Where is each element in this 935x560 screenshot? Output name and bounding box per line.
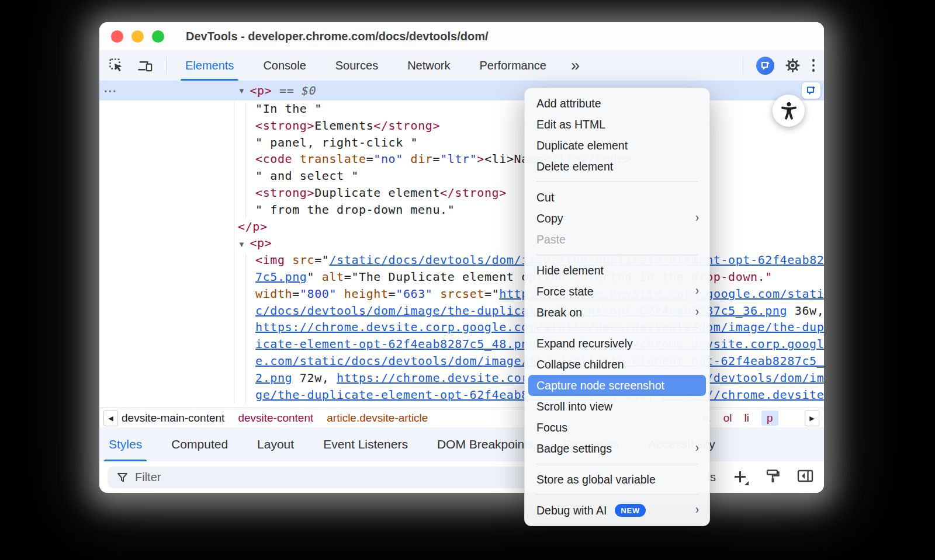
more-tabs-chevron-icon[interactable]: » <box>571 57 579 75</box>
dom-tree-line[interactable]: 7c5.png" alt="The Duplicate element opti… <box>99 269 824 286</box>
dom-tree-line[interactable]: ▼<p> <box>99 235 824 252</box>
settings-gear-icon[interactable] <box>785 58 801 74</box>
code-token: "800" <box>300 287 337 301</box>
breadcrumb-item[interactable]: devsite-content <box>238 412 313 425</box>
tab-elements[interactable]: Elements <box>184 50 235 81</box>
context-menu-item-copy[interactable]: Copy› <box>528 208 706 229</box>
device-toolbar-icon[interactable] <box>137 58 153 74</box>
dom-tree-line[interactable]: <code translate="no" dir="ltr"><li>Name<… <box>99 151 824 168</box>
context-menu-item-duplicate-element[interactable]: Duplicate element <box>528 135 706 156</box>
ai-assistance-icon[interactable] <box>756 57 774 75</box>
breadcrumb-scroll-left-button[interactable]: ◀ <box>103 410 118 426</box>
code-token: <strong> <box>255 186 314 200</box>
zoom-window-button[interactable] <box>152 30 164 43</box>
rendering-emulation-brush-icon[interactable] <box>765 468 781 486</box>
sidebar-tab-dom-breakpoints[interactable]: DOM Breakpoints <box>437 427 534 461</box>
tab-network[interactable]: Network <box>406 50 451 81</box>
dom-tree-line[interactable]: width="800" height="663" srcset="https:/… <box>99 286 824 302</box>
dom-tree-line[interactable]: <img src="/static/docs/devtools/dom/imag… <box>99 252 824 269</box>
dom-tree-line[interactable]: https://chrome.devsite.corp.google.com/s… <box>99 319 824 336</box>
code-token: srcset <box>440 287 484 301</box>
menu-item-label: Store as global variable <box>536 473 656 486</box>
expand-twisty-icon[interactable]: ▼ <box>238 86 245 95</box>
menu-item-label: Cut <box>536 191 554 204</box>
context-menu-item-edit-as-html[interactable]: Edit as HTML <box>528 114 706 135</box>
code-token: 36w, <box>787 304 824 318</box>
code-token: "no" <box>373 152 403 166</box>
expand-twisty-icon[interactable]: ▼ <box>238 240 245 249</box>
menu-item-label: Debug with AI <box>536 504 607 517</box>
code-token: 7c5.png <box>255 270 307 284</box>
context-menu-item-add-attribute[interactable]: Add attribute <box>528 93 706 114</box>
code-token: <p> <box>250 84 272 98</box>
context-menu-item-force-state[interactable]: Force state› <box>528 281 706 302</box>
dom-tree-line[interactable]: " panel, right-click " <box>99 134 824 151</box>
context-menu-item-collapse-children[interactable]: Collapse children <box>528 354 706 375</box>
breadcrumb-item[interactable]: p <box>761 411 778 426</box>
menu-item-label: Badge settings <box>536 442 612 455</box>
dom-tree-line[interactable]: ge/the-duplicate-element-opt-62f4eab8287… <box>99 387 824 404</box>
dom-tree-line[interactable]: <strong>Elements</strong> <box>99 117 824 134</box>
dom-tree-line[interactable]: e.com/static/docs/devtools/dom/image/the… <box>99 353 824 370</box>
desktop-background: DevTools - developer.chrome.com/docs/dev… <box>0 0 935 560</box>
context-menu-item-focus[interactable]: Focus <box>528 417 706 438</box>
dom-tree-line[interactable]: " from the drop-down menu." <box>99 201 824 218</box>
context-menu-item-delete-element[interactable]: Delete element <box>528 156 706 177</box>
sidebar-tab-computed[interactable]: Computed <box>171 427 228 461</box>
toolbar-divider <box>166 57 167 74</box>
submenu-chevron-icon: › <box>695 284 699 299</box>
dom-tree-line[interactable]: "In the " <box>99 100 824 117</box>
context-menu-item-capture-node-screenshot[interactable]: Capture node screenshot <box>528 375 706 396</box>
sidebar-tab-layout[interactable]: Layout <box>257 427 294 461</box>
code-token: = <box>344 270 352 284</box>
breadcrumb-item[interactable]: li <box>744 412 749 425</box>
ai-hint-chip[interactable] <box>802 82 820 99</box>
dom-tree-line[interactable]: " and select " <box>99 168 824 185</box>
context-menu-item-scroll-into-view[interactable]: Scroll into view <box>528 396 706 417</box>
tab-console[interactable]: Console <box>262 50 307 81</box>
context-menu-item-store-as-global-variable[interactable]: Store as global variable <box>528 469 706 490</box>
context-menu-item-hide-element[interactable]: Hide element <box>528 260 706 281</box>
window-title: DevTools - developer.chrome.com/docs/dev… <box>186 30 489 43</box>
code-token: alt <box>322 270 344 284</box>
sidebar-tab-event-listeners[interactable]: Event Listeners <box>323 427 408 461</box>
node-overflow-dots[interactable]: ... <box>104 82 117 95</box>
context-menu-item-cut[interactable]: Cut <box>528 187 706 208</box>
close-window-button[interactable] <box>111 30 123 43</box>
breadcrumb-item[interactable]: ol <box>723 412 732 425</box>
accessibility-overlay-button[interactable] <box>773 95 805 127</box>
tab-sources[interactable]: Sources <box>334 50 379 81</box>
inspect-element-icon[interactable] <box>109 58 124 74</box>
breadcrumb-item[interactable]: devsite-main-content <box>122 412 224 425</box>
context-menu-item-break-on[interactable]: Break on› <box>528 302 706 323</box>
dom-tree-line[interactable]: icate-element-opt-62f4eab8287c5_48.png 4… <box>99 336 824 353</box>
menu-item-label: Collapse children <box>536 358 624 371</box>
breadcrumb-scroll-right-button[interactable]: ▶ <box>805 410 819 426</box>
dom-tree-line[interactable]: <strong>Duplicate element</strong> <box>99 185 824 201</box>
context-menu-item-badge-settings[interactable]: Badge settings› <box>528 438 706 459</box>
dom-tree-line[interactable]: 2.png 72w, https://chrome.devsite.corp.g… <box>99 370 824 387</box>
more-options-kebab-icon[interactable] <box>811 58 816 73</box>
code-token: "663" <box>396 287 432 301</box>
code-token <box>432 287 440 301</box>
devtools-toolbar: ElementsConsoleSourcesNetworkPerformance… <box>99 50 824 81</box>
code-token: height <box>344 287 389 301</box>
dom-tree-line[interactable]: c/docs/devtools/dom/image/the-duplicate-… <box>99 302 824 319</box>
toggle-sidebar-panel-icon[interactable] <box>797 469 813 485</box>
code-token <box>292 152 300 166</box>
code-token: "In the " <box>255 102 322 116</box>
dom-tree-line[interactable]: </p> <box>99 218 824 235</box>
minimize-window-button[interactable] <box>131 30 144 43</box>
tab-performance[interactable]: Performance <box>479 50 548 81</box>
new-style-rule-button[interactable] <box>732 469 749 485</box>
selected-dom-node-row[interactable]: ... ▼ <p> == $0 <box>99 81 824 100</box>
code-token: " <box>307 270 322 284</box>
sidebar-tab-styles[interactable]: Styles <box>109 427 142 461</box>
filter-funnel-icon <box>117 472 128 483</box>
breadcrumb-item[interactable]: article.devsite-article <box>327 412 428 425</box>
filter-placeholder: Filter <box>135 471 161 484</box>
context-menu-item-debug-with-ai[interactable]: Debug with AINEW› <box>528 500 706 521</box>
menu-separator <box>536 255 698 255</box>
code-token: icate-element-opt-62f4eab8287c5_48.png <box>255 337 536 351</box>
context-menu-item-expand-recursively[interactable]: Expand recursively <box>528 333 706 354</box>
